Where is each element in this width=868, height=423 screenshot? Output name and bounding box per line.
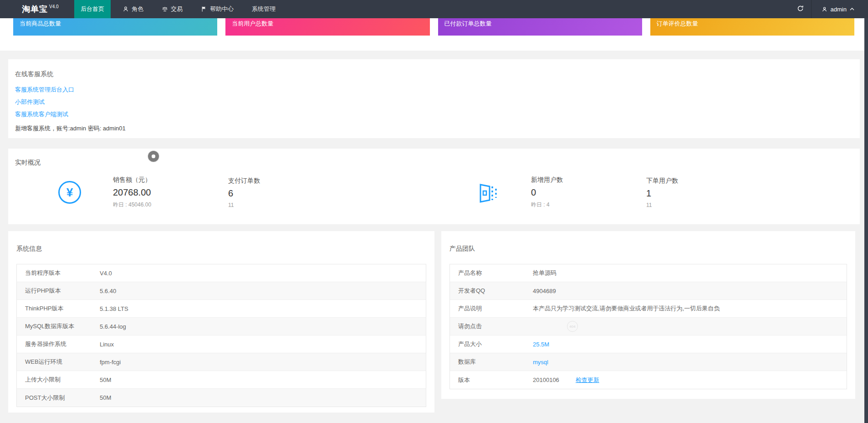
user-menu[interactable]: admin [811, 0, 868, 18]
nav-item-label: 后台首页 [81, 5, 104, 13]
card-order-reviews: 订单评价总数量 [650, 18, 854, 36]
nav-item-system-settings[interactable]: 系统管理 [245, 0, 282, 18]
nav-item-label: 系统管理 [252, 5, 276, 13]
card-paid-orders: 已付款订单总数量 [438, 18, 642, 36]
nav-item-help-center[interactable]: 帮助中心 [194, 0, 240, 18]
yen-circle-icon: ¥ [58, 181, 81, 204]
nav-item-label: 帮助中心 [210, 5, 234, 13]
scrollbar[interactable] [864, 18, 868, 423]
user-stats-group: 新增用户数 0 昨日 : 4 下单用户数 1 11 [434, 176, 853, 209]
card-label: 订单评价总数量 [657, 20, 698, 27]
chevron-up-icon [850, 8, 854, 10]
user-icon [822, 6, 827, 12]
stat-ordering-users: 下单用户数 1 11 [646, 177, 761, 208]
table-row: 产品大小 25.5M [450, 335, 847, 353]
nav-item-home[interactable]: 后台首页 [74, 0, 111, 18]
table-row: 当前程序版本 V4.0 [17, 264, 426, 282]
building-icon [477, 181, 499, 203]
scales-icon [162, 6, 168, 12]
panel-title: 系统信息 [16, 245, 426, 253]
card-total-users: 当前用户总数量 [225, 18, 429, 36]
nav-item-trade[interactable]: 交易 [155, 0, 189, 18]
username: admin [831, 6, 847, 13]
online-service-panel: 在线客服系统 客服系统管理后台入口 小部件测试 客服系统客户端测试 新增客服系统… [8, 59, 860, 138]
refresh-icon [797, 5, 804, 14]
nav-item-roles[interactable]: 角色 [116, 0, 150, 18]
flag-icon [201, 6, 207, 12]
stat-cards-section: 当前商品总数量 当前用户总数量 已付款订单总数量 订单评价总数量 [0, 18, 864, 51]
card-label: 已付款订单总数量 [444, 20, 492, 27]
table-row: MySQL数据库版本 5.6.44-log [17, 318, 426, 335]
nav-item-label: 交易 [171, 5, 183, 13]
table-row: 服务器操作系统 Linux [17, 335, 426, 353]
sales-stats-group: ¥ 销售额（元） 20768.00 昨日 : 45046.00 支付订单数 6 … [15, 176, 434, 209]
table-row: ThinkPHP版本 5.1.38 LTS [17, 300, 426, 318]
badge-404[interactable]: 404 [567, 321, 578, 332]
stat-paid-order-count: 支付订单数 6 11 [228, 177, 343, 208]
person-icon [123, 6, 129, 12]
table-row: 产品说明 本产品只为学习测试交流,请勿要做商业或者用于违法行为,一切后果自负 [450, 300, 847, 318]
check-update-link[interactable]: 检查更新 [576, 376, 599, 384]
panel-title: 在线客服系统 [15, 70, 853, 78]
refresh-button[interactable] [790, 0, 811, 18]
product-team-panel: 产品团队 产品名称 抢单源码 开发者QQ 4904689 产品说明 本产品只为学… [441, 231, 855, 399]
service-credentials-note: 新增客服系统，账号:admin 密码: admin01 [15, 124, 853, 133]
table-row: 版本 20100106 检查更新 [450, 371, 847, 389]
top-navbar: 淘单宝 V4.0 后台首页 角色 交易 帮助中心 [0, 0, 868, 18]
table-row: 上传大小限制 50M [17, 371, 426, 389]
stat-sales: 销售额（元） 20768.00 昨日 : 45046.00 [113, 176, 228, 209]
table-row: POST大小限制 50M [17, 389, 426, 407]
table-row: 数据库 mysql [450, 353, 847, 371]
table-row: 产品名称 抢单源码 [450, 264, 847, 282]
table-row: 开发者QQ 4904689 [450, 282, 847, 300]
stat-new-users: 新增用户数 0 昨日 : 4 [531, 176, 646, 209]
table-row: 请勿点击 404 [450, 318, 847, 335]
app-logo: 淘单宝 V4.0 [0, 0, 74, 18]
service-client-test-link[interactable]: 客服系统客户端测试 [15, 110, 853, 119]
navbar-right: admin [790, 0, 868, 18]
app-title: 淘单宝 [22, 4, 48, 15]
nav-item-label: 角色 [132, 5, 143, 13]
widget-test-link[interactable]: 小部件测试 [15, 98, 853, 106]
floating-dot-widget [148, 151, 159, 162]
table-row: 运行PHP版本 5.6.40 [17, 282, 426, 300]
product-size-link[interactable]: 25.5M [533, 341, 549, 348]
panel-title: 实时概况 [15, 159, 853, 167]
card-label: 当前商品总数量 [20, 20, 61, 27]
product-team-table: 产品名称 抢单源码 开发者QQ 4904689 产品说明 本产品只为学习测试交流… [449, 264, 847, 389]
card-label: 当前用户总数量 [232, 20, 273, 27]
system-info-panel: 系统信息 当前程序版本 V4.0 运行PHP版本 5.6.40 ThinkPHP… [8, 231, 434, 413]
panel-title: 产品团队 [449, 245, 847, 253]
service-admin-entry-link[interactable]: 客服系统管理后台入口 [15, 86, 853, 94]
database-link[interactable]: mysql [533, 359, 548, 366]
table-row: WEB运行环境 fpm-fcgi [17, 353, 426, 371]
system-info-table: 当前程序版本 V4.0 运行PHP版本 5.6.40 ThinkPHP版本 5.… [16, 264, 426, 407]
app-version: V4.0 [49, 4, 59, 9]
realtime-overview-panel: 实时概况 ¥ 销售额（元） 20768.00 昨日 : 45046.00 支付订… [8, 149, 860, 224]
card-total-products: 当前商品总数量 [13, 18, 217, 36]
version-value: 20100106 [533, 377, 559, 383]
